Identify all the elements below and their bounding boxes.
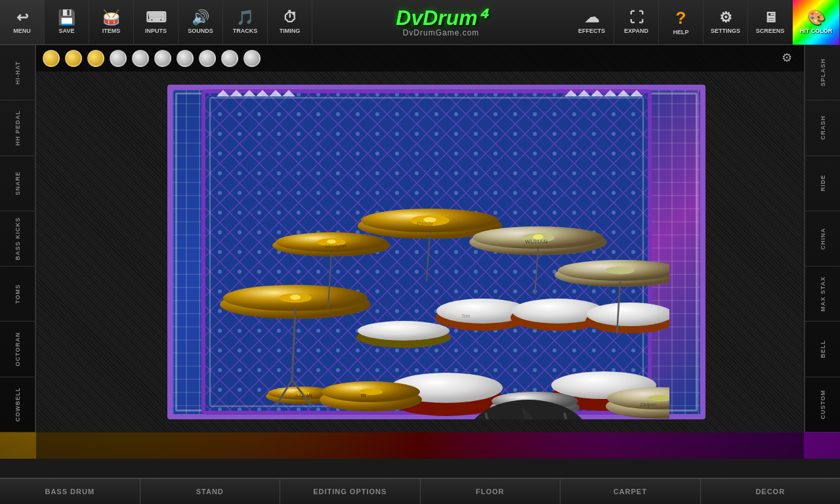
sidebar-item-custom[interactable]: CUSTOM	[805, 377, 840, 432]
circle-btn-10[interactable]	[243, 50, 261, 67]
effects-button[interactable]: ☁ EFFECTS	[570, 0, 614, 45]
svg-text:WUHAN: WUHAN	[525, 238, 548, 245]
save-icon: 💾	[58, 10, 75, 25]
drum-kit-svg: samayon Paiste WUHAN Tom	[171, 85, 669, 419]
sidebar-item-china[interactable]: CHINA	[805, 211, 840, 266]
carpet-section[interactable]: CARPET	[560, 479, 701, 504]
stand-section[interactable]: STAND	[140, 479, 281, 504]
settings-icon: ⚙	[719, 10, 732, 25]
save-button[interactable]: 💾 SAVE	[45, 0, 89, 45]
hitcolor-button[interactable]: 🎨 HIT COLOR	[793, 0, 840, 45]
hitcolor-icon: 🎨	[807, 10, 825, 25]
logo-subtitle: DvDrumGame.com	[403, 28, 480, 37]
sidebar-item-hi-hat[interactable]: HI-HAT	[0, 45, 35, 100]
expand-button[interactable]: ⛶ EXPAND	[614, 0, 659, 45]
decor-section[interactable]: DECOR	[701, 479, 841, 504]
svg-text:samayon: samayon	[325, 243, 346, 249]
menu-button[interactable]: ↩ MENU	[0, 0, 45, 45]
tracks-button[interactable]: 🎵 TRACKS	[223, 0, 268, 45]
right-sidebar: SPLASH CRASH RIDE CHINA MAX STAX BELL CU…	[804, 45, 840, 432]
sidebar-item-toms[interactable]: TOMS	[0, 266, 35, 322]
svg-point-22	[363, 323, 444, 339]
app-logo: DvDrum⁴	[396, 7, 486, 28]
inputs-icon: ⌨	[146, 10, 167, 25]
svg-text:Zildjian: Zildjian	[640, 402, 656, 408]
sidebar-item-cowbell[interactable]: COWBELL	[0, 377, 35, 432]
effects-icon: ☁	[585, 10, 599, 25]
circle-btn-4[interactable]	[110, 50, 127, 67]
main-area: HI-HAT HH PEDAL SNARE BASS KICKS TOMS OC…	[0, 45, 840, 459]
expand-icon: ⛶	[629, 10, 644, 25]
screens-button[interactable]: 🖥 SCREENS	[748, 0, 793, 45]
help-button[interactable]: ? HELP	[659, 0, 704, 45]
svg-point-19	[606, 266, 635, 274]
svg-text:Paiste: Paiste	[417, 220, 433, 227]
screens-icon: 🖥	[763, 10, 778, 25]
sounds-icon: 🔊	[192, 10, 209, 25]
timing-icon: ⏱	[283, 10, 297, 25]
circle-btn-3[interactable]	[87, 50, 104, 67]
svg-text:Tom: Tom	[461, 314, 470, 318]
circle-btn-7[interactable]	[177, 50, 194, 67]
gear-settings-button[interactable]: ⚙	[782, 51, 797, 66]
sidebar-item-bass-kicks[interactable]: BASS KICKS	[0, 211, 35, 266]
sidebar-item-octoran[interactable]: OCTORAN	[0, 322, 35, 377]
timing-button[interactable]: ⏱ TIMING	[268, 0, 312, 45]
top-controls: ⚙	[36, 45, 804, 72]
toolbar: ↩ MENU 💾 SAVE 🥁 ITEMS ⌨ INPUTS 🔊 SOUNDS …	[0, 0, 840, 45]
sidebar-item-splash[interactable]: SPLASH	[805, 45, 840, 100]
bottom-bar: BASS DRUM STAND EDITING OPTIONS FLOOR CA…	[0, 478, 840, 504]
circle-btn-5[interactable]	[132, 50, 149, 67]
drum-kit: samayon Paiste WUHAN Tom	[36, 72, 804, 432]
tom-right[interactable]	[587, 303, 669, 326]
floor-section[interactable]: FLOOR	[421, 479, 561, 504]
help-icon: ?	[676, 9, 686, 26]
sidebar-item-hh-pedal[interactable]: HH PEDAL	[0, 100, 35, 156]
left-sidebar: HI-HAT HH PEDAL SNARE BASS KICKS TOMS OC…	[0, 45, 36, 432]
inputs-button[interactable]: ⌨ INPUTS	[134, 0, 178, 45]
sidebar-item-max-stax[interactable]: MAX STAX	[805, 266, 840, 322]
circle-btn-6[interactable]	[154, 50, 171, 67]
items-icon: 🥁	[102, 10, 120, 25]
circle-btn-9[interactable]	[221, 50, 238, 67]
settings-button[interactable]: ⚙ SETTINGS	[704, 0, 748, 45]
sidebar-item-snare[interactable]: SNARE	[0, 156, 35, 211]
svg-text:m: m	[361, 392, 366, 398]
svg-point-5	[290, 295, 301, 300]
bass-drum-section[interactable]: BASS DRUM	[0, 479, 140, 504]
main-bottom-bar	[36, 432, 804, 459]
editing-options-section[interactable]: EDITING OPTIONS	[280, 479, 421, 504]
menu-icon: ↩	[16, 10, 28, 25]
logo-area: DvDrum⁴ DvDrumGame.com	[312, 7, 570, 37]
circle-btn-2[interactable]	[65, 50, 82, 67]
sidebar-item-crash[interactable]: CRASH	[805, 100, 840, 156]
circle-btn-8[interactable]	[199, 50, 216, 67]
sidebar-item-ride[interactable]: RIDE	[805, 156, 840, 211]
sidebar-item-bell[interactable]: BELL	[805, 322, 840, 377]
sounds-button[interactable]: 🔊 SOUNDS	[178, 0, 223, 45]
circle-btn-1[interactable]	[43, 50, 60, 67]
items-button[interactable]: 🥁 ITEMS	[89, 0, 134, 45]
tracks-icon: 🎵	[236, 10, 254, 25]
